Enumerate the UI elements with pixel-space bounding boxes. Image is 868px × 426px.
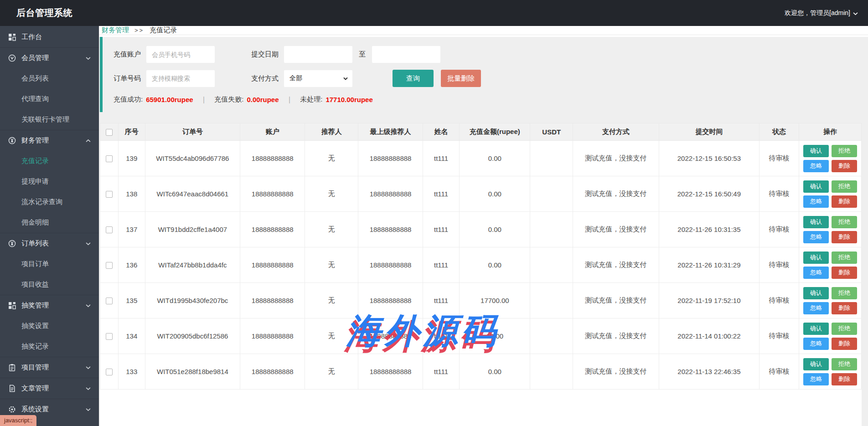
cell-account: 18888888888 <box>240 212 305 247</box>
row-checkbox[interactable] <box>106 155 113 162</box>
sidebar-item-commission-details[interactable]: 佣金明细 <box>0 212 99 233</box>
ignore-button[interactable]: 忽略 <box>803 302 829 314</box>
batch-delete-button[interactable]: 批量删除 <box>441 70 481 87</box>
sidebar-item-article-management[interactable]: 文章管理 <box>0 378 99 399</box>
cell-status: 待审核 <box>760 247 799 283</box>
delete-button[interactable]: 删除 <box>832 302 857 314</box>
confirm-button[interactable]: 确认 <box>803 145 829 157</box>
reject-button[interactable]: 拒绝 <box>832 145 857 157</box>
row-checkbox[interactable] <box>106 333 113 340</box>
recharge-account-input[interactable] <box>146 46 215 63</box>
sidebar-item-label: 佣金明细 <box>21 218 49 227</box>
delete-button[interactable]: 删除 <box>832 373 857 385</box>
confirm-button[interactable]: 确认 <box>803 287 829 299</box>
table-header-row: 序号订单号账户推荐人最上级推荐人姓名充值金额(rupee)USDT支付方式提交时… <box>100 123 862 141</box>
sidebar-item-project-orders[interactable]: 项目订单 <box>0 254 99 274</box>
chevron-down-icon <box>343 77 348 80</box>
cell-submit_time: 2022-11-26 10:31:29 <box>659 247 759 283</box>
sidebar-item-recharge-records[interactable]: 充值记录 <box>0 151 99 171</box>
pay-method-selected-value: 全部 <box>289 74 302 82</box>
date-to-input[interactable] <box>372 46 440 63</box>
sidebar-item-order-list[interactable]: 订单列表 <box>0 233 99 254</box>
user-menu[interactable]: 欢迎您，管理员[admin] <box>785 9 858 17</box>
sidebar-item-project-management[interactable]: 项目管理 <box>0 357 99 378</box>
ignore-button[interactable]: 忽略 <box>803 373 829 385</box>
reject-button[interactable]: 拒绝 <box>832 251 857 264</box>
reject-button[interactable]: 拒绝 <box>832 287 857 299</box>
sidebar-item-member-list[interactable]: 会员列表 <box>0 68 99 89</box>
delete-button[interactable]: 删除 <box>832 195 857 208</box>
row-checkbox[interactable] <box>106 298 113 304</box>
cell-top_referrer: 18888888888 <box>358 212 423 247</box>
ignore-button[interactable]: 忽略 <box>803 231 829 243</box>
user-welcome-text: 欢迎您，管理员[admin] <box>785 9 850 17</box>
sidebar-item-project-earnings[interactable]: 项目收益 <box>0 274 99 295</box>
delete-button[interactable]: 删除 <box>832 267 857 279</box>
row-checkbox[interactable] <box>106 262 113 269</box>
recharge-records-table: 序号订单号账户推荐人最上级推荐人姓名充值金额(rupee)USDT支付方式提交时… <box>100 123 862 426</box>
cell-checkbox <box>100 283 119 318</box>
row-checkbox[interactable] <box>106 369 113 375</box>
sidebar-item-lottery-management[interactable]: 抽奖管理 <box>0 295 99 316</box>
reject-button[interactable]: 拒绝 <box>832 180 857 193</box>
sidebar-item-finance-management[interactable]: 财务管理 <box>0 130 99 151</box>
top-header: 后台管理系统 欢迎您，管理员[admin] <box>0 0 868 26</box>
cell-status: 待审核 <box>760 141 799 176</box>
sidebar-item-linked-bank-cards[interactable]: 关联银行卡管理 <box>0 109 99 130</box>
row-actions: 确认拒绝忽略删除 <box>803 180 857 208</box>
row-actions: 确认拒绝忽略删除 <box>803 251 857 279</box>
row-actions: 确认拒绝忽略删除 <box>803 358 857 385</box>
column-header-order_no: 订单号 <box>145 123 240 141</box>
cell-top_referrer: 18888888888 <box>358 247 423 283</box>
sidebar-item-lottery-settings[interactable]: 抽奖设置 <box>0 316 99 336</box>
confirm-button[interactable]: 确认 <box>803 180 829 193</box>
row-checkbox[interactable] <box>106 191 113 198</box>
sidebar-item-label: 充值记录 <box>21 157 49 165</box>
ignore-button[interactable]: 忽略 <box>803 195 829 208</box>
cell-index: 137 <box>119 212 145 247</box>
confirm-button[interactable]: 确认 <box>803 358 829 370</box>
chevron-down-icon <box>853 12 858 15</box>
ignore-button[interactable]: 忽略 <box>803 338 829 350</box>
chevron-up-icon <box>86 139 91 143</box>
doc-icon <box>8 385 16 392</box>
cell-amount: 10.00 <box>460 318 530 354</box>
cell-submit_time: 2022-12-15 16:50:53 <box>659 141 759 176</box>
sidebar-item-transaction-log-query[interactable]: 流水记录查询 <box>0 192 99 212</box>
pay-method-label: 支付方式 <box>251 74 284 83</box>
ignore-button[interactable]: 忽略 <box>803 160 829 172</box>
confirm-button[interactable]: 确认 <box>803 323 829 335</box>
order-no-input[interactable] <box>146 70 215 87</box>
date-from-input[interactable] <box>284 46 352 63</box>
chevron-down-icon <box>86 304 91 308</box>
delete-button[interactable]: 删除 <box>832 160 857 172</box>
sidebar-item-withdrawal-requests[interactable]: 提现申请 <box>0 171 99 192</box>
ignore-button[interactable]: 忽略 <box>803 267 829 279</box>
cell-submit_time: 2022-11-26 10:31:35 <box>659 212 759 247</box>
sidebar-item-agent-query[interactable]: 代理查询 <box>0 89 99 109</box>
sidebar-item-lottery-records[interactable]: 抽奖记录 <box>0 336 99 357</box>
delete-button[interactable]: 删除 <box>832 231 857 243</box>
cell-top_referrer: 18888888888 <box>358 354 423 390</box>
pay-method-select[interactable]: 全部 <box>284 70 352 87</box>
sidebar-item-label: 系统设置 <box>21 405 49 414</box>
cell-amount: 0.00 <box>460 141 530 176</box>
content-area: 充值账户 提交日期 至 订单号码 支付方式 全部 查询 批量删 <box>99 37 868 426</box>
confirm-button[interactable]: 确认 <box>803 216 829 228</box>
cell-name: tt111 <box>423 318 460 354</box>
breadcrumb-parent-link[interactable]: 财务管理 <box>102 26 129 35</box>
cell-name: tt111 <box>423 247 460 283</box>
row-checkbox[interactable] <box>106 226 113 233</box>
delete-button[interactable]: 删除 <box>832 338 857 350</box>
cell-index: 133 <box>119 354 145 390</box>
reject-button[interactable]: 拒绝 <box>832 216 857 228</box>
reject-button[interactable]: 拒绝 <box>832 358 857 370</box>
query-button[interactable]: 查询 <box>393 70 434 87</box>
select-all-checkbox[interactable] <box>106 129 113 136</box>
dashboard-icon <box>8 33 16 41</box>
confirm-button[interactable]: 确认 <box>803 251 829 264</box>
sidebar-item-workbench[interactable]: 工作台 <box>0 27 99 47</box>
sidebar-item-member-management[interactable]: 会员管理 <box>0 48 99 68</box>
cell-amount: 0.00 <box>460 212 530 247</box>
reject-button[interactable]: 拒绝 <box>832 323 857 335</box>
